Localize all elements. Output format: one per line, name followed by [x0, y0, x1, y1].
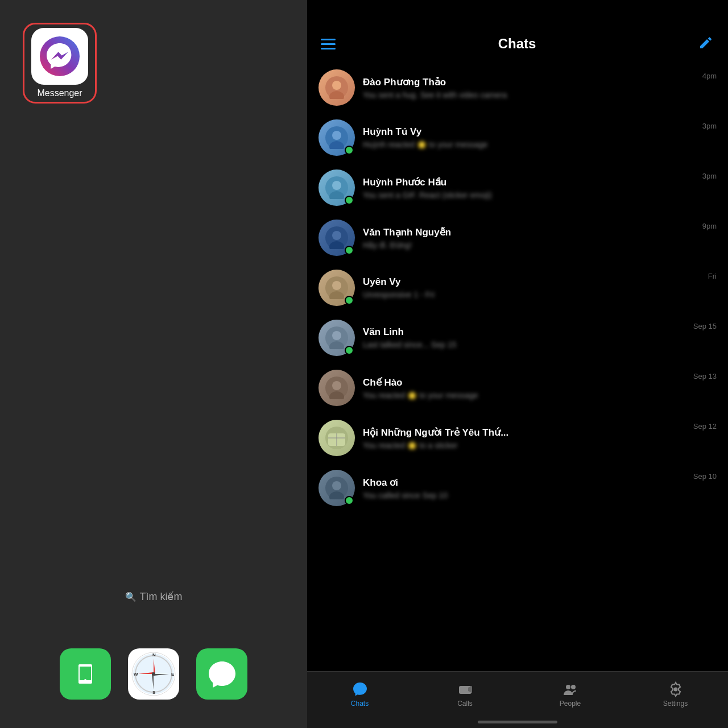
chat-info: Chế Hào You reacted 🌟 to your message: [363, 377, 685, 400]
chats-nav-icon: [352, 681, 368, 697]
chat-time: Sep 10: [693, 472, 717, 481]
online-indicator: [345, 296, 354, 305]
messenger-app-icon-container[interactable]: Messenger: [23, 23, 97, 104]
avatar-wrapper: [318, 270, 355, 306]
chat-name: Huỳnh Phước Hầu: [363, 176, 694, 188]
svg-point-18: [332, 131, 341, 140]
svg-text:S: S: [152, 690, 156, 695]
svg-point-21: [332, 181, 341, 190]
online-indicator: [345, 346, 354, 355]
chats-nav-label: Chats: [351, 700, 369, 708]
svg-text:N: N: [152, 652, 156, 657]
tab-chats[interactable]: Chats: [307, 681, 412, 708]
dock-phone-icon[interactable]: [60, 648, 111, 700]
avatar: [318, 420, 355, 456]
chat-info: Hội Những Người Trẻ Yêu Thứ... You react…: [363, 427, 685, 450]
chats-title: Chats: [498, 36, 536, 52]
chat-name: Chế Hào: [363, 377, 685, 388]
svg-point-24: [332, 231, 341, 240]
calls-nav-label: Calls: [457, 700, 473, 708]
chat-item[interactable]: Chế Hào You reacted 🌟 to your message Se…: [307, 363, 728, 413]
chat-time: 9pm: [702, 222, 717, 230]
dock-messages-icon[interactable]: [196, 648, 247, 700]
avatar-wrapper: [318, 69, 355, 106]
chat-item[interactable]: Khoa ơi You called since Sep 10 Sep 10: [307, 463, 728, 513]
chat-info: Huỳnh Phước Hầu You sent a GIF. React (s…: [363, 176, 694, 200]
avatar-wrapper: [318, 470, 355, 506]
online-indicator: [345, 496, 354, 505]
edit-button[interactable]: [698, 34, 714, 53]
dock: N S W E: [60, 648, 247, 700]
bottom-navigation: Chats Calls People: [307, 671, 728, 728]
chat-info: Đào Phương Thảo You sent a hug. See it w…: [363, 76, 694, 100]
avatar-wrapper: [318, 320, 355, 356]
tab-calls[interactable]: Calls: [412, 681, 518, 708]
settings-nav-icon: [668, 681, 684, 697]
chat-item[interactable]: Hội Những Người Trẻ Yêu Thứ... You react…: [307, 413, 728, 463]
chat-item[interactable]: Huỳnh Phước Hầu You sent a GIF. React (s…: [307, 163, 728, 213]
svg-point-9: [152, 672, 155, 676]
avatar-wrapper: [318, 420, 355, 456]
svg-point-33: [332, 381, 341, 390]
people-nav-icon: [562, 681, 578, 697]
avatar: [318, 69, 355, 106]
avatar-wrapper: [318, 220, 355, 256]
chat-name: Khoa ơi: [363, 477, 685, 489]
online-indicator: [345, 146, 354, 155]
chat-info: Huỳnh Tú Vy Huỳnh reacted 🌟 to your mess…: [363, 126, 694, 149]
chat-name: Uyên Vy: [363, 276, 700, 288]
messenger-app-icon: [31, 28, 88, 85]
chat-item[interactable]: Đào Phương Thảo You sent a hug. See it w…: [307, 63, 728, 113]
search-bar[interactable]: 🔍 Tìm kiếm: [125, 590, 183, 603]
people-nav-label: People: [560, 700, 581, 708]
chat-item[interactable]: Huỳnh Tú Vy Huỳnh reacted 🌟 to your mess…: [307, 113, 728, 163]
chat-preview: You reacted 🌟 to your message: [363, 391, 685, 400]
chat-time: Sep 13: [693, 372, 717, 380]
chat-preview: You called since Sep 10: [363, 491, 685, 500]
right-panel: Chats Đào Phương Thảo You sent a hug. Se…: [307, 0, 728, 728]
chat-preview: You sent a GIF. React (sticker emoji): [363, 191, 694, 200]
online-indicator: [345, 196, 354, 205]
messenger-app-label: Messenger: [37, 88, 82, 98]
chat-list: Đào Phương Thảo You sent a hug. See it w…: [307, 63, 728, 728]
chat-preview: Unresponsive 1 - Fri: [363, 290, 700, 299]
avatar: [318, 370, 355, 406]
chat-item[interactable]: Văn Linh Last talked since... Sep 15 Sep…: [307, 313, 728, 363]
svg-point-0: [40, 36, 80, 76]
svg-point-27: [332, 281, 341, 290]
search-icon: 🔍: [125, 592, 136, 602]
svg-point-40: [332, 481, 341, 490]
svg-text:E: E: [171, 672, 175, 677]
svg-point-15: [332, 81, 341, 90]
tab-people[interactable]: People: [518, 681, 623, 708]
avatar-wrapper: [318, 169, 355, 206]
chat-name: Đào Phương Thảo: [363, 76, 694, 88]
chat-preview: You reacted 🌟 to a sticker: [363, 441, 685, 450]
svg-point-44: [566, 685, 570, 689]
chat-time: 3pm: [702, 172, 717, 180]
settings-nav-label: Settings: [663, 700, 688, 708]
search-label: Tìm kiếm: [140, 590, 183, 603]
chat-item[interactable]: Uyên Vy Unresponsive 1 - Fri Fri: [307, 263, 728, 313]
chat-time: Sep 15: [693, 322, 717, 330]
svg-point-46: [673, 687, 677, 691]
dock-safari-icon[interactable]: N S W E: [128, 648, 179, 700]
chat-item[interactable]: Văn Thạnh Nguyễn Hãy đi. Đừng! 9pm: [307, 213, 728, 263]
chat-name: Văn Linh: [363, 326, 685, 338]
avatar-wrapper: [318, 370, 355, 406]
online-indicator: [345, 246, 354, 255]
left-panel: Messenger 🔍 Tìm kiếm: [0, 0, 307, 728]
chat-info: Uyên Vy Unresponsive 1 - Fri: [363, 276, 700, 299]
chat-time: Fri: [708, 272, 717, 280]
svg-point-45: [571, 685, 576, 689]
messenger-app-header: Chats: [307, 0, 728, 63]
chat-info: Khoa ơi You called since Sep 10: [363, 477, 685, 500]
menu-button[interactable]: [321, 39, 336, 49]
calls-nav-icon: [457, 681, 473, 697]
svg-text:W: W: [134, 672, 138, 677]
tab-settings[interactable]: Settings: [623, 681, 728, 708]
chat-preview: Last talked since... Sep 15: [363, 340, 685, 349]
chat-name: Văn Thạnh Nguyễn: [363, 226, 694, 238]
chat-time: 4pm: [702, 72, 717, 80]
chat-info: Văn Thạnh Nguyễn Hãy đi. Đừng!: [363, 226, 694, 250]
